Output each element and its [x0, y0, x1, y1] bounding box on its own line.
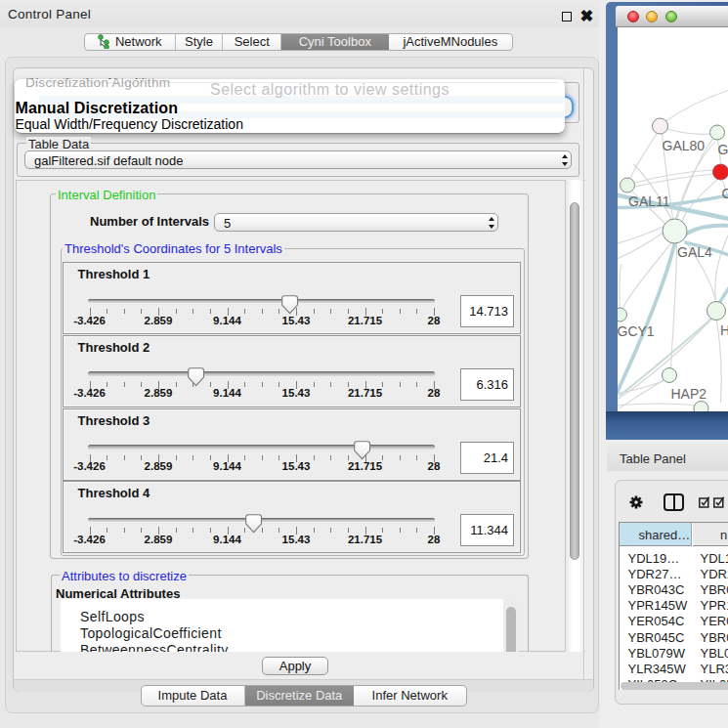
svg-text:HAP2: HAP2	[670, 386, 707, 402]
svg-text:GAL80: GAL80	[662, 138, 705, 153]
svg-text:GAL4: GAL4	[677, 244, 712, 260]
svg-text:G.: G.	[717, 142, 728, 157]
svg-text:GAL11: GAL11	[628, 193, 670, 209]
svg-text:GCY1: GCY1	[618, 323, 655, 339]
svg-text:H: H	[720, 322, 728, 338]
svg-text:C: C	[721, 186, 728, 201]
